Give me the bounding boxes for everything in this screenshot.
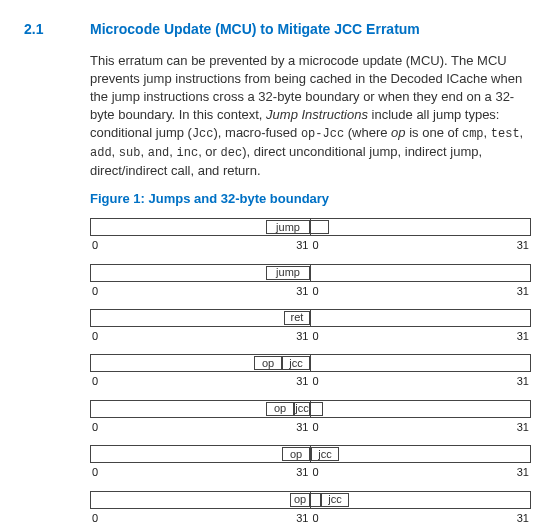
body-italic: Jump Instructions: [266, 107, 368, 122]
code-token: op-Jcc: [301, 127, 344, 141]
code-token: test: [491, 127, 520, 141]
tick-label: 31: [296, 329, 308, 344]
instr-tail: [311, 220, 329, 234]
instr-jump: jump: [266, 266, 310, 280]
tick-label: 0: [313, 511, 319, 525]
code-token: Jcc: [192, 127, 214, 141]
code-token: add: [90, 146, 112, 160]
tick-label: 31: [517, 284, 529, 299]
instr-jcc: jcc: [321, 493, 349, 507]
tick-label: 0: [313, 284, 319, 299]
tick-label: 0: [92, 284, 98, 299]
tick-label: 31: [517, 465, 529, 480]
diagram-row: jump 031 031: [90, 218, 531, 253]
body-text: , or: [198, 144, 220, 159]
tick-label: 31: [517, 511, 529, 525]
instr-op-tail: [311, 493, 321, 507]
instr-jump: jump: [266, 220, 310, 234]
tick-label: 31: [296, 420, 308, 435]
diagram-row: ret 031 031: [90, 309, 531, 344]
body-text: is one of: [406, 125, 462, 140]
tick-label: 0: [92, 329, 98, 344]
diagram-row: op jcc 031 031: [90, 354, 531, 389]
tick-label: 0: [92, 420, 98, 435]
tick-label: 0: [92, 374, 98, 389]
diagram-row: op jcc 031 031: [90, 445, 531, 480]
tick-label: 0: [92, 465, 98, 480]
instr-ret: ret: [284, 311, 310, 325]
code-token: dec: [221, 146, 243, 160]
body-text: ,: [520, 125, 524, 140]
tick-label: 31: [517, 374, 529, 389]
figure-diagram: jump 031 031 jump: [90, 218, 531, 525]
tick-label: 31: [296, 238, 308, 253]
tick-label: 31: [296, 284, 308, 299]
instr-jcc-head: jcc: [294, 402, 310, 416]
tick-label: 31: [517, 238, 529, 253]
tick-label: 0: [313, 374, 319, 389]
tick-label: 0: [92, 238, 98, 253]
section-number: 2.1: [24, 20, 90, 40]
body-text: ), macro-fused: [214, 125, 301, 140]
figure-caption: Figure 1: Jumps and 32-byte boundary: [90, 190, 531, 208]
diagram-row: jump 031 031: [90, 264, 531, 299]
instr-op: op: [254, 356, 282, 370]
section-heading: Microcode Update (MCU) to Mitigate JCC E…: [90, 20, 531, 40]
tick-label: 31: [296, 465, 308, 480]
diagram-row: op jcc 031 031: [90, 491, 531, 525]
instr-op-head: op: [290, 493, 310, 507]
tick-label: 0: [313, 329, 319, 344]
body-paragraph: This erratum can be prevented by a micro…: [90, 52, 531, 181]
tick-label: 0: [313, 238, 319, 253]
code-token: cmp: [462, 127, 484, 141]
body-text: ,: [140, 144, 147, 159]
instr-jcc: jcc: [311, 447, 339, 461]
instr-tail: [311, 402, 323, 416]
instr-jcc: jcc: [282, 356, 310, 370]
body-text: ,: [169, 144, 176, 159]
code-token: sub: [119, 146, 141, 160]
instr-op: op: [282, 447, 310, 461]
code-token: inc: [177, 146, 199, 160]
tick-label: 31: [296, 374, 308, 389]
tick-label: 0: [313, 420, 319, 435]
tick-label: 31: [296, 511, 308, 525]
tick-label: 0: [313, 465, 319, 480]
body-italic: op: [391, 125, 405, 140]
tick-label: 0: [92, 511, 98, 525]
diagram-row: op jcc 031 031: [90, 400, 531, 435]
tick-label: 31: [517, 329, 529, 344]
code-token: and: [148, 146, 170, 160]
tick-label: 31: [517, 420, 529, 435]
body-text: (where: [344, 125, 391, 140]
body-text: ,: [484, 125, 491, 140]
instr-op: op: [266, 402, 294, 416]
body-text: ,: [112, 144, 119, 159]
